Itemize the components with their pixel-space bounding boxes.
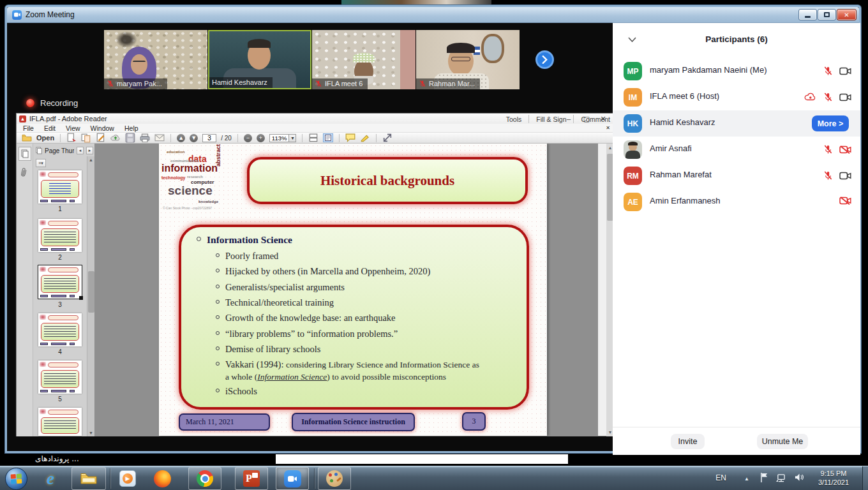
print-icon[interactable] [140,133,150,142]
thumbnail-page-number: 5 [38,396,82,403]
show-hidden-icons-chevron[interactable]: ▲ [744,476,749,482]
bullet-circle [197,237,201,241]
share-document-icon[interactable] [66,133,77,142]
slide-bullet: “library problems” to “information probl… [216,328,398,340]
attachments-paperclip-icon[interactable] [20,167,28,181]
minimize-icon [805,16,811,18]
start-button[interactable] [5,468,27,490]
volume-icon[interactable] [795,473,804,484]
participant-row[interactable]: AE Amin Erfanmanesh [613,189,860,215]
page-thumbnail-3-selected[interactable] [38,265,82,299]
scroll-up-arrow[interactable]: ▲ [87,158,94,162]
thumbnail-options-icon[interactable]: ≡▾ [36,159,46,167]
menu-help[interactable]: Help [124,124,138,132]
thumbnail-page-number: 3 [38,301,82,308]
menu-file[interactable]: File [23,124,34,132]
unmute-me-button[interactable]: Unmute Me [757,434,808,449]
page-thumbnail-5[interactable] [38,360,82,394]
next-videos-button[interactable] [535,50,554,69]
minimize-button[interactable] [798,9,817,20]
scrollbar-thumb[interactable] [88,271,94,313]
taskbar-zoom[interactable] [276,467,309,490]
zoom-out-button[interactable]: − [244,134,252,142]
toolbar-separator [170,134,171,142]
page-thumbnail-1[interactable] [38,170,82,204]
maximize-button[interactable] [818,9,836,20]
menu-window[interactable]: Window [91,124,114,132]
scrolling-mode-icon[interactable] [308,133,318,142]
tab-comment[interactable]: Comment [581,115,610,123]
taskbar-chrome[interactable] [188,467,221,490]
participant-row[interactable]: RM Rahman Marefat [613,163,860,189]
participant-row[interactable]: Amir Asnafi [613,137,860,163]
thumb-footer [40,343,80,345]
thumb-title [48,362,79,368]
email-icon[interactable] [154,133,165,142]
more-button[interactable]: More > [812,115,849,131]
open-button[interactable]: Open [36,134,54,142]
taskbar-media-player[interactable]: ▶ [117,469,138,488]
taskbar-paint[interactable] [318,467,351,490]
tab-fill-sign[interactable]: Fill & Sign [536,115,566,123]
camera-off-icon [839,145,851,154]
participant-name: Hamid Keshavarz [650,117,715,127]
thumb-footer [40,200,80,202]
participant-row[interactable]: IM IFLA meet 6 (Host) [613,84,860,110]
close-button[interactable]: ✕ [837,9,857,20]
zoom-level-select[interactable]: 113%▼ [269,134,297,142]
save-icon[interactable] [125,133,135,142]
paint-icon [326,470,343,487]
open-folder-icon[interactable] [22,133,32,142]
sign-document-icon[interactable] [96,133,106,142]
page-thumbnail-4[interactable] [38,313,82,346]
video-tile-rahman[interactable]: Rahman Mar... [416,30,520,89]
highlight-pen-icon[interactable] [360,133,370,142]
invite-button[interactable]: Invite [671,434,705,449]
taskbar-firefox[interactable] [152,469,172,488]
thumbnails-scrollbar[interactable]: ▲ ▼ [87,156,94,436]
send-cloud-icon[interactable] [110,133,121,142]
close-toolbar-icon[interactable]: ✕ [606,125,610,131]
expand-toolbar-icon[interactable] [382,133,393,142]
taskbar-windows-explorer[interactable] [71,467,106,490]
taskbar-powerpoint[interactable]: P [235,467,268,490]
page-thumbnail-2[interactable] [38,219,82,252]
page-thumbnails-panel-icon[interactable] [19,147,31,161]
recording-indicator-icon [26,99,34,107]
participant-row-hovered[interactable]: HK Hamid Keshavarz More > [613,110,860,137]
pdf-page[interactable]: education data communication information… [159,144,547,436]
network-icon[interactable] [775,473,786,485]
next-page-button[interactable]: ▼ [190,134,198,142]
page-thumbnail-6[interactable] [38,408,82,436]
scroll-down-arrow[interactable]: ▼ [87,431,94,435]
video-tile-maryam[interactable]: maryam Pak... [104,30,207,89]
show-desktop-button[interactable] [862,466,868,490]
tab-tools[interactable]: Tools [506,115,522,123]
taskbar-clock[interactable]: 9:15 PM 3/11/2021 [811,469,857,487]
zoom-title-bar[interactable]: Zoom Meeting [7,7,859,23]
slide-bullet: iSchools [216,385,257,397]
avatar: AE [624,193,642,211]
menu-view[interactable]: View [66,124,80,132]
menu-edit[interactable]: Edit [44,124,56,132]
panel-menu-icon[interactable]: ▸ [86,147,93,154]
convert-document-icon[interactable] [81,133,91,142]
language-indicator[interactable]: EN [715,473,726,482]
bullet-circle [216,300,220,304]
video-tile-hamid-active-speaker[interactable]: Hamid Keshavarz [208,30,311,89]
previous-page-button[interactable]: ▲ [177,134,185,142]
slide-bullet: Generalists/specialist arguments [216,281,345,293]
video-tile-ifla-meet-6[interactable]: IFLA meet 6 [312,30,415,89]
pdf-menu-bar: File Edit View Window Help ✕ [17,124,613,133]
zoom-in-button[interactable]: + [257,134,265,142]
collapse-panel-icon[interactable]: ◂ [77,147,84,154]
pdf-toolbar: Open ▲ ▼ / 20 − + 113%▼ [17,133,613,144]
comment-bubble-icon[interactable] [345,133,355,142]
fit-page-icon[interactable] [323,133,333,142]
thumb-text-lines [44,232,76,243]
page-number-input[interactable] [202,134,216,142]
participant-row[interactable]: MP maryam Pakdaman Naeini (Me) [613,58,860,84]
action-center-flag-icon[interactable] [760,472,768,486]
taskbar-internet-explorer[interactable]: e [40,468,61,489]
thumbnail-page-number: 4 [38,348,82,355]
